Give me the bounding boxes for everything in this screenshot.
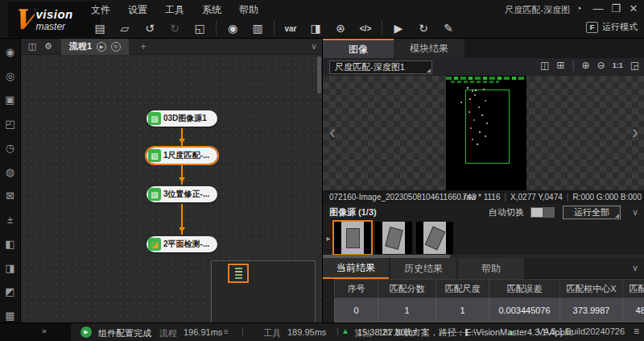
main-toolbar: ▤ ▱ ↺ ↻ ◱ ◉ ▥ var ◨ ⊛ </> ▶ ↻ ✎ <box>91 18 457 39</box>
flow-panel: ◫ ⚙ 流程1 ▶ ↻ + ∨ ▨ 03D图像源1 ▧ 1尺度匹配-... ▨ … <box>21 39 322 322</box>
flow-run-icon[interactable]: ▶ <box>97 42 106 52</box>
view-tools-divider: | <box>572 60 574 71</box>
tab-help[interactable]: 帮助 <box>458 258 524 279</box>
cell-match-center-y: 484.4973 <box>622 298 644 322</box>
canvas-vertical-scrollbar[interactable] <box>317 56 321 94</box>
camera-config-icon[interactable]: ◩ <box>3 285 18 299</box>
menu-help[interactable]: 帮助 <box>239 3 258 17</box>
logo-text: vision master <box>35 7 72 32</box>
split-view-icon[interactable]: ◫ <box>540 60 549 71</box>
zoom-in-icon[interactable]: ⊕ <box>582 60 590 71</box>
overlay-text-noise <box>451 81 499 83</box>
grid-view-icon[interactable]: ⊞ <box>556 60 564 71</box>
minimap[interactable]: ↘ <box>211 260 316 322</box>
node-3d-image-source[interactable]: ▨ 03D图像源1 <box>147 110 217 127</box>
node-plane-detect[interactable]: ◪ 2平面检测-... <box>147 236 217 252</box>
speed-slider[interactable] <box>441 332 483 333</box>
menu-system[interactable]: 系统 <box>202 3 221 17</box>
zoom-out-icon[interactable]: ⊖ <box>597 60 605 71</box>
keyboard-icon[interactable]: ▦ <box>3 309 18 322</box>
image-source-dropdown[interactable]: 尺度匹配-深度图1 <box>329 60 432 74</box>
status-bar: » ▶ 组件配置完成 流程 196.91ms ≡ | 工具 189.95ms |… <box>0 322 644 341</box>
toolbar-divider <box>382 22 382 35</box>
run-icon[interactable]: ▶ <box>390 20 407 36</box>
calculator-icon[interactable]: ± <box>3 213 18 227</box>
slider-handle[interactable] <box>465 329 468 336</box>
run-all-button[interactable]: 运行全部 <box>563 206 621 219</box>
minimize-button[interactable]: — <box>591 2 605 15</box>
gauge-icon[interactable]: ◔ <box>572 2 586 15</box>
flow-connector <box>181 204 183 235</box>
flow-tab-label: 流程1 <box>69 40 92 52</box>
flow-canvas[interactable]: ▨ 03D图像源1 ▧ 1尺度匹配-... ▨ 3位置修正-... ◪ 2平面检… <box>21 55 322 322</box>
tab-current-result[interactable]: 当前结果 <box>323 258 389 279</box>
hierarchy-icon[interactable]: ◫ <box>24 41 40 52</box>
fit-view-icon[interactable]: ◲ <box>630 60 639 71</box>
flow-run-loop-icon[interactable]: ↻ <box>111 42 121 52</box>
dropdown-corner-icon <box>427 69 431 73</box>
position-icon[interactable]: ◎ <box>3 69 18 83</box>
camera-source-icon[interactable]: ◉ <box>3 45 18 59</box>
result-table-header: 序号 匹配分数 匹配尺度 匹配误差 匹配框中心X 匹配框中心Y 匹配框宽度 <box>334 279 644 298</box>
wrench-icon[interactable]: ⚙ <box>40 41 56 52</box>
thumbnail-2[interactable] <box>375 222 412 254</box>
modules-icon[interactable]: ▥ <box>249 20 266 36</box>
chevron-down-icon[interactable]: ∨ <box>632 207 638 218</box>
locate-icon[interactable]: ◰ <box>3 117 18 131</box>
auto-switch-toggle[interactable] <box>530 207 555 218</box>
time-detail-icon[interactable]: ≡ <box>224 327 229 336</box>
run-mode-button[interactable]: F 运行模式 <box>586 21 638 33</box>
window-config-icon[interactable]: ◨ <box>3 261 18 275</box>
tab-history-result[interactable]: 历史结果 <box>390 258 456 279</box>
calibration-icon[interactable]: ⊠ <box>3 189 18 203</box>
table-row[interactable]: 0 1 1 0.003445076 373.9987 484.4973 657.… <box>334 298 644 322</box>
thumbnail-1[interactable] <box>334 222 371 254</box>
next-image-chevron[interactable]: › <box>632 123 638 142</box>
tool-time-label: 工具 <box>263 327 281 339</box>
tab-image[interactable]: 图像 <box>323 39 394 58</box>
image-resolution: 743 * 1116 <box>463 193 501 202</box>
script-icon[interactable]: </> <box>357 20 374 36</box>
node-position-fix[interactable]: ▨ 3位置修正-... <box>147 186 217 202</box>
chevron-down-icon[interactable]: ∨ <box>632 263 638 273</box>
tab-flow1[interactable]: 流程1 ▶ ↻ <box>61 39 129 55</box>
measure-icon[interactable]: ▣ <box>3 94 18 107</box>
expand-icon[interactable]: » <box>42 326 47 335</box>
prev-image-chevron[interactable]: ‹ <box>329 123 336 142</box>
timing-icon[interactable]: ◷ <box>3 141 18 155</box>
image-config-icon[interactable]: ◧ <box>3 237 18 251</box>
one-to-one-icon[interactable]: 1:1 <box>613 61 623 69</box>
undo-icon[interactable]: ↺ <box>141 20 159 36</box>
cell-match-score: 1 <box>378 298 436 322</box>
menu-tools[interactable]: 工具 <box>165 3 184 17</box>
menu-settings[interactable]: 设置 <box>128 3 147 17</box>
image-source-row: 图像源 (1/3) 自动切换 运行全部 ∨ <box>323 203 644 221</box>
right-panel: 图像 模块结果 尺度匹配-深度图1 ◫ ⊞ | ⊕ ⊖ 1:1 ◲ ‹ › 07… <box>322 39 644 322</box>
run-mode-label: 运行模式 <box>602 21 638 33</box>
scale-match-node-icon: ▧ <box>148 149 161 162</box>
menu-file[interactable]: 文件 <box>91 3 110 17</box>
variable-icon[interactable]: var <box>282 20 299 36</box>
edit-scheme-icon[interactable]: ✎ <box>440 20 457 36</box>
image-viewport[interactable]: ‹ › <box>323 76 644 190</box>
minimap-viewport[interactable] <box>228 264 249 283</box>
run-loop-icon[interactable]: ↻ <box>415 20 432 36</box>
chevron-down-icon[interactable]: ∨ <box>311 41 317 52</box>
open-icon[interactable]: ▱ <box>116 20 134 36</box>
tab-module-result[interactable]: 模块结果 <box>394 39 464 58</box>
save-icon[interactable]: ▤ <box>91 20 109 36</box>
communication-icon[interactable]: ⊛ <box>332 20 349 36</box>
restore-button[interactable]: ❐ <box>609 2 623 15</box>
add-flow-button[interactable]: + <box>140 40 147 52</box>
io-device-icon[interactable]: ◨ <box>307 20 324 36</box>
close-button[interactable]: ✕ <box>626 2 641 15</box>
thumb-prev-icon[interactable]: ▸ <box>323 234 334 243</box>
window-icon[interactable]: ◱ <box>191 20 208 36</box>
run-mode-icon: F <box>586 22 598 33</box>
camera-icon[interactable]: ◉ <box>224 20 242 36</box>
thumbnail-3[interactable] <box>416 222 453 254</box>
cell-index: 0 <box>334 298 378 322</box>
node-label: 1尺度匹配-... <box>163 150 209 161</box>
node-scale-match[interactable]: ▧ 1尺度匹配-... <box>147 148 217 164</box>
color-icon[interactable]: ◍ <box>3 165 18 179</box>
